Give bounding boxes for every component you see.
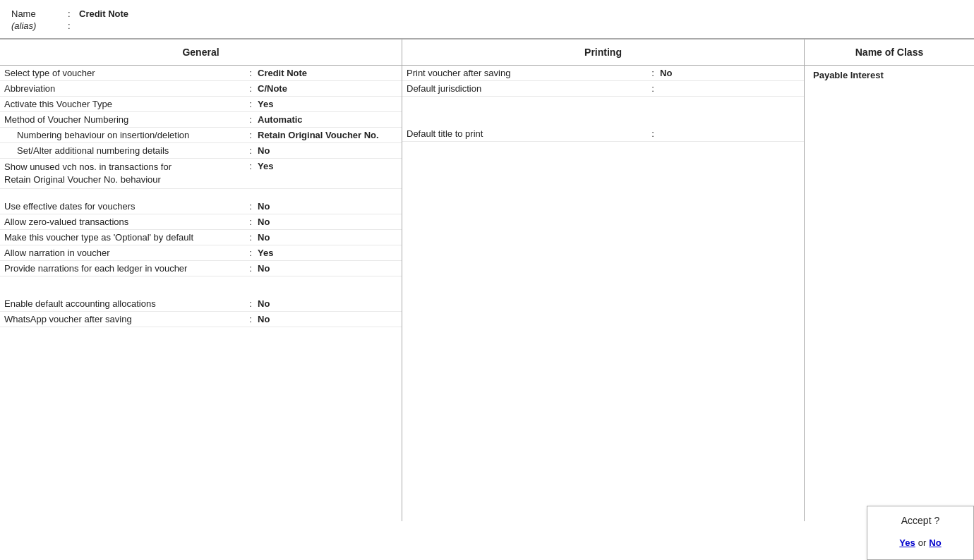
name-value: Credit Note xyxy=(79,8,128,19)
field-label: Make this voucher type as 'Optional' by … xyxy=(4,232,246,243)
spacer xyxy=(0,276,402,286)
field-label: Allow zero-valued transactions xyxy=(4,217,246,227)
main-content: General Select type of voucher : Credit … xyxy=(0,39,974,521)
field-label: Numbering behaviour on insertion/deletio… xyxy=(4,130,246,140)
field-value: No xyxy=(255,145,396,156)
field-row: Allow narration in voucher : Yes xyxy=(0,245,402,261)
name-colon: : xyxy=(68,8,79,19)
spacer xyxy=(402,97,804,106)
field-label: Method of Voucher Numbering xyxy=(4,114,246,125)
field-row: Enable default accounting allocations : … xyxy=(0,296,402,312)
field-value: No xyxy=(255,263,396,274)
field-label: Allow narration in voucher xyxy=(4,248,246,258)
field-label: Set/Alter additional numbering details xyxy=(4,145,246,156)
accept-dialog: Accept ? Yes or No xyxy=(867,506,974,560)
printing-section: Printing Print voucher after saving : No… xyxy=(402,39,805,521)
field-row: Abbreviation : C/Note xyxy=(0,81,402,97)
accept-title: Accept ? xyxy=(879,515,962,526)
field-label: Use effective dates for vouchers xyxy=(4,201,246,212)
field-row: Activate this Voucher Type : Yes xyxy=(0,97,402,112)
field-row: Show unused vch nos. in transactions for… xyxy=(0,159,402,189)
field-row: Print voucher after saving : No xyxy=(402,66,804,81)
field-value: No xyxy=(255,298,396,309)
field-row: Numbering behaviour on insertion/deletio… xyxy=(0,128,402,143)
field-value: Yes xyxy=(255,248,396,258)
field-label: WhatsApp voucher after saving xyxy=(4,314,246,324)
field-row: WhatsApp voucher after saving : No xyxy=(0,312,402,327)
field-row: Set/Alter additional numbering details :… xyxy=(0,143,402,159)
field-label: Show unused vch nos. in transactions for… xyxy=(4,161,246,186)
field-value: No xyxy=(255,217,396,227)
printing-header: Printing xyxy=(402,39,804,66)
field-label: Provide narrations for each ledger in vo… xyxy=(4,263,246,274)
field-row: Use effective dates for vouchers : No xyxy=(0,199,402,214)
name-label: Name xyxy=(11,8,68,19)
spacer xyxy=(402,106,804,116)
field-label: Select type of voucher xyxy=(4,68,246,78)
field-row: Default jurisdiction : xyxy=(402,81,804,97)
accept-or-label: or xyxy=(918,537,927,548)
class-section: Name of Class Payable Interest xyxy=(805,39,974,521)
accept-buttons: Yes or No xyxy=(879,537,962,548)
field-value: No xyxy=(255,314,396,324)
alias-label: (alias) xyxy=(11,20,68,31)
header-section: Name : Credit Note (alias) : xyxy=(0,0,974,39)
general-header: General xyxy=(0,39,402,66)
field-value: Yes xyxy=(255,99,396,109)
field-label: Print voucher after saving xyxy=(407,68,649,78)
field-label: Default jurisdiction xyxy=(407,83,649,94)
field-row: Make this voucher type as 'Optional' by … xyxy=(0,230,402,245)
field-value: No xyxy=(255,232,396,243)
field-value: Credit Note xyxy=(255,68,396,78)
field-row: Allow zero-valued transactions : No xyxy=(0,214,402,230)
field-label: Activate this Voucher Type xyxy=(4,99,246,109)
field-value: Retain Original Voucher No. xyxy=(255,130,396,140)
field-value: No xyxy=(255,201,396,212)
field-label: Enable default accounting allocations xyxy=(4,298,246,309)
field-value: No xyxy=(657,68,798,78)
field-value: Yes xyxy=(255,161,396,171)
field-label: Abbreviation xyxy=(4,83,246,94)
field-row: Method of Voucher Numbering : Automatic xyxy=(0,112,402,128)
alias-colon: : xyxy=(68,20,79,31)
field-row: Default title to print : xyxy=(402,126,804,142)
field-value: C/Note xyxy=(255,83,396,94)
accept-yes-button[interactable]: Yes xyxy=(899,537,915,548)
spacer xyxy=(402,116,804,126)
field-value: Automatic xyxy=(255,114,396,125)
accept-no-button[interactable]: No xyxy=(929,537,941,548)
spacer xyxy=(0,189,402,199)
spacer xyxy=(0,286,402,296)
class-item: Payable Interest xyxy=(805,66,974,85)
field-row: Provide narrations for each ledger in vo… xyxy=(0,261,402,276)
general-section: General Select type of voucher : Credit … xyxy=(0,39,402,521)
field-row: Select type of voucher : Credit Note xyxy=(0,66,402,81)
field-label: Default title to print xyxy=(407,128,649,139)
class-header: Name of Class xyxy=(805,39,974,66)
